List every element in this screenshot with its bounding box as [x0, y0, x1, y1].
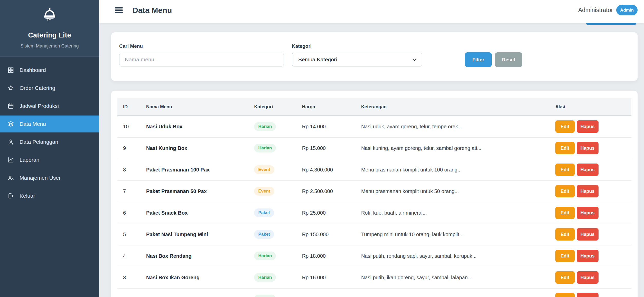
cell-aksi: EditHapus: [550, 224, 631, 245]
hapus-button[interactable]: Hapus: [577, 207, 599, 219]
edit-button[interactable]: Edit: [555, 250, 575, 262]
chevron-down-icon: [412, 57, 417, 63]
cell-aksi: EditHapus: [550, 116, 631, 137]
sidebar-nav: DashboardOrder CateringJadwal ProduksiDa…: [0, 57, 99, 204]
cell-kategori: Harian: [248, 288, 296, 297]
table-row: 9Nasi Kuning BoxHarianRp 15.000Nasi kuni…: [117, 137, 631, 159]
cell-kategori: Harian: [248, 245, 296, 267]
cell-harga: Rp 150.000: [296, 224, 356, 245]
edit-button[interactable]: Edit: [555, 271, 575, 284]
hapus-button[interactable]: Hapus: [577, 120, 599, 133]
cell-nama-menu: Nasi Uduk Box: [141, 116, 248, 137]
kategori-badge: Harian: [254, 273, 276, 282]
cell-harga: [296, 288, 356, 297]
cell-aksi: EditHapus: [550, 180, 631, 202]
column-header-kategori: Kategori: [248, 98, 296, 116]
hapus-button[interactable]: Hapus: [577, 164, 599, 176]
filter-button[interactable]: Filter: [465, 52, 492, 67]
edit-button[interactable]: Edit: [555, 293, 575, 297]
hapus-button[interactable]: Hapus: [577, 228, 599, 241]
user-role-badge[interactable]: Admin: [616, 5, 638, 15]
sidebar-item-order-catering[interactable]: Order Catering: [0, 80, 99, 97]
sidebar-item-label: Order Catering: [20, 85, 55, 91]
sidebar-item-label: Dashboard: [20, 67, 46, 73]
table-row: 10Nasi Uduk BoxHarianRp 14.000Nasi uduk,…: [117, 116, 631, 137]
sidebar-item-dashboard[interactable]: Dashboard: [0, 62, 99, 79]
hapus-button[interactable]: Hapus: [577, 293, 599, 297]
cell-id: 5: [117, 224, 141, 245]
add-menu-button-clipped[interactable]: [586, 23, 636, 25]
cell-harga: Rp 15.000: [296, 137, 356, 159]
sidebar-item-jadwal-produksi[interactable]: Jadwal Produksi: [0, 98, 99, 114]
sidebar-brand: Catering Lite Sistem Manajemen Catering: [0, 0, 99, 57]
reset-button[interactable]: Reset: [495, 52, 522, 67]
cell-kategori: Paket: [248, 224, 296, 245]
cell-keterangan: [356, 288, 550, 297]
cell-nama-menu: [141, 288, 248, 297]
cell-kategori: Harian: [248, 116, 296, 137]
cloche-icon: [43, 7, 57, 21]
kategori-badge: Event: [254, 165, 274, 174]
cell-kategori: Paket: [248, 202, 296, 224]
logout-icon: [7, 193, 14, 199]
cell-nama-menu: Paket Prasmanan 100 Pax: [141, 159, 248, 180]
table-row: 8Paket Prasmanan 100 PaxEventRp 4.300.00…: [117, 159, 631, 180]
table-body: 10Nasi Uduk BoxHarianRp 14.000Nasi uduk,…: [117, 116, 631, 297]
person-icon: [7, 139, 14, 145]
sidebar-item-keluar[interactable]: Keluar: [0, 187, 99, 204]
search-input[interactable]: [119, 53, 284, 66]
cell-id: 10: [117, 116, 141, 137]
layers-icon: [7, 121, 14, 127]
sidebar-item-data-menu[interactable]: Data Menu: [0, 116, 99, 132]
cell-id: 6: [117, 202, 141, 224]
kategori-badge: Event: [254, 187, 274, 196]
sidebar-item-label: Laporan: [20, 157, 39, 163]
cell-aksi: EditHapus: [550, 137, 631, 159]
hapus-button[interactable]: Hapus: [577, 250, 599, 262]
edit-button[interactable]: Edit: [555, 185, 575, 197]
calendar-icon: [7, 103, 14, 109]
hapus-button[interactable]: Hapus: [577, 142, 599, 154]
column-header-keterangan: Keterangan: [356, 98, 550, 116]
cell-id: 9: [117, 137, 141, 159]
cell-nama-menu: Nasi Box Rendang: [141, 245, 248, 267]
edit-button[interactable]: Edit: [555, 120, 575, 133]
sidebar-item-label: Data Pelanggan: [20, 139, 58, 145]
cell-harga: Rp 2.500.000: [296, 180, 356, 202]
column-header-aksi: Aksi: [550, 98, 631, 116]
edit-button[interactable]: Edit: [555, 207, 575, 219]
cell-nama-menu: Paket Prasmanan 50 Pax: [141, 180, 248, 202]
category-select-value: Semua Kategori: [298, 56, 337, 63]
edit-button[interactable]: Edit: [555, 228, 575, 241]
sidebar-item-laporan[interactable]: Laporan: [0, 151, 99, 168]
hapus-button[interactable]: Hapus: [577, 185, 599, 197]
sidebar-item-manajemen-user[interactable]: Manajemen User: [0, 169, 99, 186]
topbar: Data Menu Administrator Admin: [99, 0, 644, 23]
hamburger-icon[interactable]: [115, 7, 123, 13]
page-title: Data Menu: [133, 6, 172, 15]
kategori-badge: Harian: [254, 252, 276, 260]
column-header-harga: Harga: [296, 98, 356, 116]
cell-harga: Rp 16.000: [296, 267, 356, 288]
cell-keterangan: Nasi uduk, ayam goreng, telur, tempe ore…: [356, 116, 550, 137]
cell-id: 3: [117, 267, 141, 288]
category-select[interactable]: Semua Kategori: [292, 53, 422, 66]
edit-button[interactable]: Edit: [555, 142, 575, 154]
table-header-row: IDNama MenuKategoriHargaKeteranganAksi: [117, 98, 631, 116]
edit-button[interactable]: Edit: [555, 164, 575, 176]
cell-id: 8: [117, 159, 141, 180]
cell-kategori: Event: [248, 180, 296, 202]
table-row: 7Paket Prasmanan 50 PaxEventRp 2.500.000…: [117, 180, 631, 202]
menu-table: IDNama MenuKategoriHargaKeteranganAksi 1…: [117, 98, 631, 297]
column-header-id: ID: [117, 98, 141, 116]
column-header-nama menu: Nama Menu: [141, 98, 248, 116]
cell-kategori: Event: [248, 159, 296, 180]
brand-subtitle: Sistem Manajemen Catering: [0, 43, 99, 49]
cell-keterangan: Menu prasmanan komplit untuk 100 orang..…: [356, 159, 550, 180]
people-icon: [7, 175, 14, 181]
cell-aksi: EditHapus: [550, 202, 631, 224]
hapus-button[interactable]: Hapus: [577, 271, 599, 284]
content: Cari Menu Kategori Semua Kategori Filter…: [99, 23, 644, 297]
sidebar-item-data-pelanggan[interactable]: Data Pelanggan: [0, 133, 99, 150]
chart-icon: [7, 157, 14, 163]
